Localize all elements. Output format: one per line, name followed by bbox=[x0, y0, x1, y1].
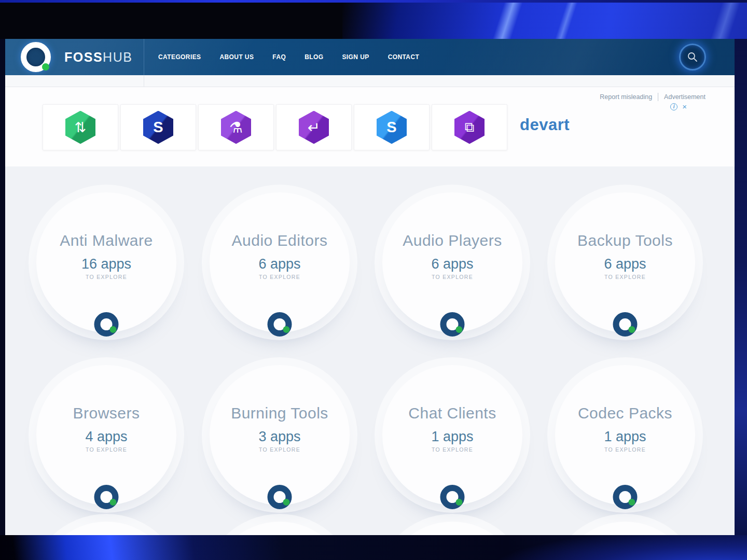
green-dot-icon bbox=[42, 63, 49, 71]
top-navbar: FOSSHUB CATEGORIES ABOUT US FAQ BLOG SIG… bbox=[5, 39, 735, 75]
ad-tile[interactable]: ⇅ bbox=[43, 104, 118, 150]
category-title: Audio Players bbox=[403, 232, 502, 249]
fosshub-o-icon bbox=[94, 485, 119, 509]
browser-page: FOSSHUB CATEGORIES ABOUT US FAQ BLOG SIG… bbox=[5, 39, 735, 535]
category-card-chat-clients[interactable]: Chat Clients 1 apps TO EXPLORE bbox=[382, 365, 522, 505]
category-card-browsers[interactable]: Browsers 4 apps TO EXPLORE bbox=[36, 365, 176, 505]
category-explore-label: TO EXPLORE bbox=[432, 274, 473, 280]
flask-hexagon-icon: ⚗ bbox=[221, 111, 251, 144]
green-dot-icon bbox=[110, 499, 117, 506]
nav-item-contact[interactable]: CONTACT bbox=[388, 53, 420, 61]
navbar-divider bbox=[144, 39, 144, 75]
light-streak bbox=[703, 3, 746, 39]
ad-tile[interactable]: S bbox=[354, 104, 430, 150]
green-dot-icon bbox=[283, 499, 290, 506]
category-card-anti-malware[interactable]: Anti Malware 16 apps TO EXPLORE bbox=[36, 192, 176, 332]
slide-right-band bbox=[735, 39, 747, 535]
data-blocks-hexagon-icon: ⧉ bbox=[454, 111, 485, 144]
category-count: 1 apps bbox=[431, 429, 473, 445]
nav-item-categories[interactable]: CATEGORIES bbox=[158, 53, 201, 61]
ad-tile[interactable]: S bbox=[120, 104, 196, 150]
ad-meta-divider bbox=[658, 93, 658, 101]
return-arrow-hexagon-icon: ↵ bbox=[299, 111, 329, 144]
subbar-divider bbox=[144, 75, 144, 87]
categories-grid: Anti Malware 16 apps TO EXPLORE Audio Ed… bbox=[5, 166, 735, 535]
adchoices-info-icon[interactable]: i bbox=[670, 103, 677, 110]
studio-s-navy-hexagon-icon: S bbox=[143, 111, 173, 144]
slide-left-band bbox=[0, 39, 5, 535]
category-title: Chat Clients bbox=[408, 404, 496, 422]
nav-item-blog[interactable]: BLOG bbox=[305, 53, 323, 61]
nav-item-sign-up[interactable]: SIGN UP bbox=[342, 53, 369, 61]
ad-controls: i × bbox=[670, 103, 687, 110]
fosshub-o-icon bbox=[440, 485, 465, 509]
category-count: 16 apps bbox=[81, 256, 131, 272]
category-explore-label: TO EXPLORE bbox=[604, 274, 646, 280]
category-explore-label: TO EXPLORE bbox=[259, 274, 300, 280]
ad-meta: Report misleading Advertisement bbox=[600, 93, 706, 101]
devart-logo[interactable]: devart bbox=[520, 116, 570, 134]
category-count: 6 apps bbox=[431, 256, 473, 272]
light-streak bbox=[486, 3, 528, 39]
category-title: Burning Tools bbox=[231, 404, 328, 422]
category-card-audio-editors[interactable]: Audio Editors 6 apps TO EXPLORE bbox=[210, 192, 350, 332]
report-misleading-link[interactable]: Report misleading bbox=[600, 93, 652, 101]
green-dot-icon bbox=[456, 499, 463, 506]
green-dot-icon bbox=[629, 326, 635, 333]
category-count: 6 apps bbox=[604, 256, 646, 272]
green-dot-icon bbox=[110, 326, 117, 333]
ad-tile[interactable]: ↵ bbox=[276, 104, 352, 150]
main-navigation: CATEGORIES ABOUT US FAQ BLOG SIGN UP CON… bbox=[158, 39, 419, 75]
category-count: 4 apps bbox=[85, 429, 127, 445]
category-circle-partial[interactable] bbox=[555, 522, 695, 535]
nav-item-faq[interactable]: FAQ bbox=[272, 53, 286, 61]
studio-s-blue-hexagon-icon: S bbox=[377, 111, 407, 144]
category-explore-label: TO EXPLORE bbox=[86, 446, 127, 453]
search-icon bbox=[686, 51, 699, 63]
slide-top-right-glow bbox=[342, 3, 747, 39]
fosshub-logo[interactable]: FOSSHUB bbox=[21, 42, 132, 72]
category-title: Backup Tools bbox=[577, 232, 673, 249]
ad-tile[interactable]: ⧉ bbox=[432, 104, 507, 150]
green-dot-icon bbox=[456, 326, 463, 333]
category-title: Codec Packs bbox=[578, 404, 672, 422]
category-explore-label: TO EXPLORE bbox=[86, 274, 127, 280]
category-count: 1 apps bbox=[604, 429, 646, 445]
category-count: 6 apps bbox=[258, 256, 300, 272]
fosshub-o-icon bbox=[613, 312, 638, 337]
wordmark-light: HUB bbox=[103, 50, 132, 64]
category-title: Browsers bbox=[73, 404, 140, 422]
category-card-audio-players[interactable]: Audio Players 6 apps TO EXPLORE bbox=[382, 192, 522, 332]
sub-header-strip bbox=[5, 75, 735, 87]
nav-item-about-us[interactable]: ABOUT US bbox=[219, 53, 254, 61]
fosshub-o-icon bbox=[268, 485, 292, 509]
category-explore-label: TO EXPLORE bbox=[259, 446, 300, 453]
category-count: 3 apps bbox=[258, 429, 300, 445]
wordmark-bold: FOSS bbox=[64, 50, 103, 64]
ad-close-icon[interactable]: × bbox=[682, 103, 687, 110]
slide-bottom-band bbox=[0, 535, 747, 560]
category-card-burning-tools[interactable]: Burning Tools 3 apps TO EXPLORE bbox=[210, 365, 350, 505]
category-explore-label: TO EXPLORE bbox=[432, 446, 473, 453]
category-circle-partial[interactable] bbox=[210, 522, 350, 535]
category-title: Anti Malware bbox=[60, 232, 153, 249]
category-circle-partial[interactable] bbox=[382, 522, 522, 535]
sync-arrows-hexagon-icon: ⇅ bbox=[65, 111, 95, 144]
category-card-backup-tools[interactable]: Backup Tools 6 apps TO EXPLORE bbox=[555, 192, 695, 332]
fosshub-o-icon bbox=[94, 312, 119, 337]
ad-product-tiles: ⇅ S ⚗ ↵ S ⧉ bbox=[43, 104, 507, 150]
category-title: Audio Editors bbox=[232, 232, 328, 249]
category-card-codec-packs[interactable]: Codec Packs 1 apps TO EXPLORE bbox=[555, 365, 695, 505]
green-dot-icon bbox=[629, 499, 635, 506]
fosshub-o-icon bbox=[613, 485, 638, 509]
light-streak bbox=[548, 3, 583, 39]
ad-tile[interactable]: ⚗ bbox=[198, 104, 274, 150]
fosshub-o-icon bbox=[268, 312, 292, 337]
advertisement-label: Advertisement bbox=[664, 93, 706, 101]
search-button[interactable] bbox=[679, 44, 706, 71]
fosshub-o-icon bbox=[440, 312, 465, 337]
category-explore-label: TO EXPLORE bbox=[604, 446, 646, 453]
fosshub-o-icon bbox=[21, 42, 51, 72]
category-circle-partial[interactable] bbox=[36, 522, 176, 535]
fosshub-wordmark: FOSSHUB bbox=[64, 50, 132, 65]
